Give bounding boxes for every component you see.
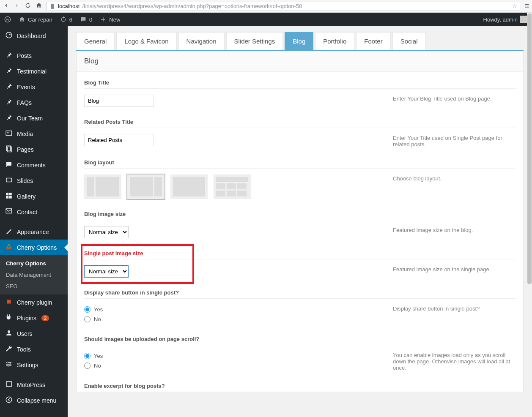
sidebar-item-media[interactable]: Media bbox=[0, 126, 68, 142]
url-bar[interactable]: localhost/kristy/wordpress4/wordpress/wp… bbox=[47, 2, 520, 11]
svg-rect-8 bbox=[6, 193, 8, 195]
content-area: GeneralLogo & FaviconNavigationSlider Se… bbox=[68, 26, 532, 417]
lazy-images-no[interactable]: No bbox=[84, 361, 376, 371]
sidebar-item-motopress[interactable]: MotoPress bbox=[0, 377, 68, 392]
site-name-link[interactable]: Car repair bbox=[19, 16, 52, 23]
svg-rect-23 bbox=[6, 382, 11, 387]
sidebar-item-testimonial[interactable]: Testimonial bbox=[0, 63, 68, 79]
display-share-no[interactable]: No bbox=[84, 314, 376, 324]
related-posts-input[interactable] bbox=[84, 134, 154, 146]
display-share-yes[interactable]: Yes bbox=[84, 305, 376, 314]
url-path: /kristy/wordpress4/wordpress/wp-admin/ad… bbox=[82, 3, 302, 9]
sidebar-item-dashboard[interactable]: Dashboard bbox=[0, 28, 68, 44]
sidebar-item-pages[interactable]: Pages bbox=[0, 142, 68, 157]
gallery-icon bbox=[5, 192, 13, 201]
svg-rect-9 bbox=[9, 193, 12, 195]
tab-social[interactable]: Social bbox=[392, 32, 426, 50]
sidebar-item-comments[interactable]: Comments bbox=[0, 157, 68, 173]
tab-blog[interactable]: Blog bbox=[285, 32, 313, 50]
new-label: New bbox=[109, 16, 120, 23]
layout-choice-1[interactable] bbox=[84, 174, 121, 199]
sidebar-item-faqs[interactable]: FAQs bbox=[0, 95, 68, 110]
wp-logo-icon[interactable]: W bbox=[4, 16, 11, 23]
reload-icon[interactable] bbox=[25, 2, 31, 10]
new-link[interactable]: New bbox=[100, 16, 120, 23]
sidebar-item-label: Dashboard bbox=[17, 33, 46, 39]
sidebar-item-tools[interactable]: Tools bbox=[0, 341, 68, 357]
sidebar-item-gallery[interactable]: Gallery bbox=[0, 188, 68, 204]
sidebar-subitem[interactable]: SEO bbox=[0, 281, 68, 292]
svg-point-14 bbox=[9, 247, 11, 249]
single-post-image-size-help: Featured image size on the single page. bbox=[393, 265, 516, 278]
sidebar-item-collapse-menu[interactable]: Collapse menu bbox=[0, 392, 68, 408]
sidebar-item-appearance[interactable]: Appearance bbox=[0, 224, 68, 240]
wp-admin-bar: W Car repair 6 0 New Howdy, admin bbox=[0, 13, 532, 26]
panel-title: Blog bbox=[77, 51, 523, 72]
single-post-image-size-select[interactable]: Normal size bbox=[84, 265, 129, 278]
sidebar-item-label: Plugins bbox=[17, 315, 36, 322]
layout-choice-2[interactable] bbox=[127, 174, 165, 199]
bookmark-star-icon[interactable]: ☆ bbox=[512, 3, 517, 9]
forward-icon[interactable] bbox=[14, 2, 20, 10]
blog-image-size-select[interactable]: Normal size bbox=[84, 226, 129, 238]
slides-icon bbox=[5, 176, 13, 185]
sidebar-item-cherry-options[interactable]: Cherry Options bbox=[0, 240, 68, 255]
sidebar-item-plugins[interactable]: Plugins2 bbox=[0, 310, 68, 326]
browser-menu-icon[interactable]: ☰ bbox=[524, 3, 529, 9]
pin-icon bbox=[5, 51, 13, 60]
tab-slider-settings[interactable]: Slider Settings bbox=[226, 32, 283, 50]
sidebar-item-label: Cherry Options bbox=[17, 244, 57, 251]
svg-rect-15 bbox=[7, 300, 11, 304]
comments-link[interactable]: 0 bbox=[80, 16, 92, 23]
plugins-icon bbox=[5, 313, 13, 322]
sidebar-item-label: Cherry plugin bbox=[17, 299, 52, 306]
sidebar-item-label: Tools bbox=[17, 346, 31, 353]
howdy-label: Howdy, admin bbox=[483, 16, 518, 23]
enable-excerpt-heading: Enable excerpt for blog posts? bbox=[84, 379, 516, 392]
sidebar-item-contact[interactable]: Contact bbox=[0, 204, 68, 220]
pin-icon bbox=[5, 82, 13, 91]
cherry-plugin-icon bbox=[5, 298, 13, 307]
tab-general[interactable]: General bbox=[76, 32, 115, 50]
single-post-image-size-heading: Single post image size bbox=[84, 246, 516, 259]
sidebar-item-posts[interactable]: Posts bbox=[0, 48, 68, 63]
updates-link[interactable]: 6 bbox=[60, 16, 72, 23]
blog-title-heading: Blog Title bbox=[84, 75, 516, 88]
sidebar-item-settings[interactable]: Settings bbox=[0, 357, 68, 373]
tab-navigation[interactable]: Navigation bbox=[178, 32, 225, 50]
sidebar-item-label: Posts bbox=[17, 52, 32, 59]
page-scrollbar[interactable] bbox=[527, 13, 532, 417]
motopress-icon bbox=[5, 380, 13, 389]
sidebar-item-label: MotoPress bbox=[17, 382, 45, 388]
blog-title-input[interactable] bbox=[84, 95, 154, 107]
display-share-heading: Display share button in single post? bbox=[84, 285, 516, 298]
sidebar-item-label: Our Team bbox=[17, 115, 43, 122]
sidebar-item-label: Settings bbox=[17, 362, 38, 368]
tab-portfolio[interactable]: Portfolio bbox=[315, 32, 354, 50]
sidebar-item-label: Appearance bbox=[17, 229, 49, 235]
lazy-images-yes[interactable]: Yes bbox=[84, 351, 376, 361]
layout-choice-4[interactable] bbox=[214, 174, 251, 199]
sidebar-item-users[interactable]: Users bbox=[0, 326, 68, 341]
howdy-link[interactable]: Howdy, admin bbox=[483, 16, 528, 23]
svg-point-22 bbox=[8, 365, 9, 366]
tab-logo-favicon[interactable]: Logo & Favicon bbox=[116, 32, 176, 50]
tools-icon bbox=[5, 345, 13, 354]
sidebar-subitem[interactable]: Cherry Options bbox=[0, 258, 68, 269]
tab-footer[interactable]: Footer bbox=[356, 32, 390, 50]
home-icon[interactable] bbox=[36, 2, 42, 10]
sidebar-item-slides[interactable]: Slides bbox=[0, 173, 68, 188]
update-badge: 2 bbox=[41, 315, 49, 321]
svg-rect-3 bbox=[6, 131, 12, 136]
back-icon[interactable] bbox=[3, 2, 9, 10]
sidebar-item-our-team[interactable]: Our Team bbox=[0, 110, 68, 126]
layout-choice-3[interactable] bbox=[170, 174, 208, 199]
comments-count: 0 bbox=[89, 16, 92, 23]
display-share-help: Display share button in single post? bbox=[393, 305, 516, 324]
svg-point-24 bbox=[6, 397, 12, 403]
sidebar-subitem[interactable]: Data Management bbox=[0, 269, 68, 281]
sidebar-item-cherry-plugin[interactable]: Cherry plugin bbox=[0, 294, 68, 310]
pin-icon bbox=[5, 114, 13, 123]
sidebar-item-events[interactable]: Events bbox=[0, 79, 68, 95]
svg-point-4 bbox=[7, 132, 8, 134]
